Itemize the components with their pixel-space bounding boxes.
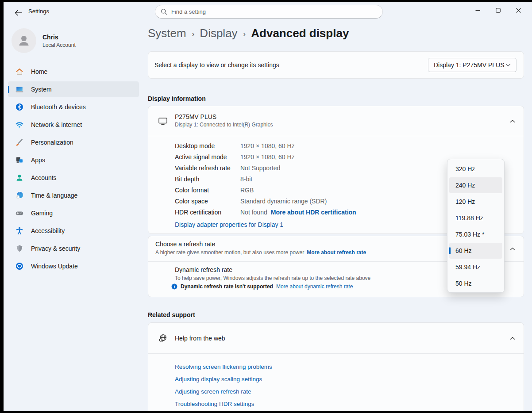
bluetooth-icon xyxy=(15,103,24,111)
sidebar-item-network-internet[interactable]: Network & internet xyxy=(8,117,139,133)
more-about-refresh-rate-link[interactable]: More about refresh rate xyxy=(307,249,366,256)
sidebar-item-label: Bluetooth & devices xyxy=(31,103,86,111)
collapse-chevron-up-icon[interactable] xyxy=(506,115,519,128)
select-display-label: Select a display to view or change its s… xyxy=(154,61,279,69)
help-link-scaling[interactable]: Adjusting display scaling settings xyxy=(175,376,524,382)
refresh-rate-flyout: 320 Hz 240 Hz 120 Hz 119.88 Hz 75.03 Hz … xyxy=(447,159,505,293)
sidebar-item-gaming[interactable]: Gaming xyxy=(8,205,139,221)
more-about-dynamic-refresh-rate-link[interactable]: More about dynamic refresh rate xyxy=(276,283,353,290)
system-icon xyxy=(15,85,24,94)
page-title: Advanced display xyxy=(251,27,349,40)
settings-window: Settings Find a setting Chris Local Acco… xyxy=(4,2,532,411)
detail-label: Desktop mode xyxy=(175,142,240,149)
refresh-option-120hz[interactable]: 120 Hz xyxy=(449,194,502,210)
refresh-option-50hz[interactable]: 50 Hz xyxy=(449,275,502,291)
detail-label: Bit depth xyxy=(175,176,240,183)
sidebar-item-system[interactable]: System xyxy=(8,81,139,97)
detail-value: 8-bit xyxy=(240,176,252,183)
monitor-expander-header[interactable]: P275MV PLUS Display 1: Connected to Inte… xyxy=(148,106,524,136)
app-title: Settings xyxy=(28,8,49,15)
refresh-rate-subtitle: A higher rate gives smoother motion, but… xyxy=(155,249,366,256)
accounts-icon xyxy=(15,173,24,182)
breadcrumb: System › Display › Advanced display xyxy=(148,27,349,40)
sidebar-item-accounts[interactable]: Accounts xyxy=(8,170,139,186)
monitor-subtitle: Display 1: Connected to Intel(R) Graphic… xyxy=(175,122,273,128)
refresh-rate-title: Choose a refresh rate xyxy=(155,241,215,248)
detail-value: 1920 × 1080, 60 Hz xyxy=(240,153,295,161)
collapse-chevron-up-icon[interactable] xyxy=(506,242,519,256)
sidebar-item-home[interactable]: Home xyxy=(8,64,139,80)
privacy-shield-icon xyxy=(15,244,24,253)
monitor-icon xyxy=(158,116,168,126)
dynamic-refresh-rate-status: Dynamic refresh rate isn't supported xyxy=(181,283,273,290)
related-support-header: Related support xyxy=(148,311,195,318)
detail-value: 1920 × 1080, 60 Hz xyxy=(240,142,295,149)
refresh-option-59-94hz[interactable]: 59.94 Hz xyxy=(449,259,502,275)
breadcrumb-system[interactable]: System xyxy=(148,27,186,40)
help-link-hdr[interactable]: Troubleshooting HDR settings xyxy=(175,401,524,407)
avatar[interactable] xyxy=(12,28,36,53)
detail-value: RGB xyxy=(240,187,254,194)
sidebar-item-label: Network & internet xyxy=(31,121,82,128)
sidebar-item-accessibility[interactable]: Accessibility xyxy=(8,223,139,239)
detail-label: Variable refresh rate xyxy=(175,164,240,172)
sidebar-item-label: System xyxy=(31,86,52,93)
detail-value: Not Supported xyxy=(240,164,280,172)
sidebar-item-label: Accessibility xyxy=(31,227,65,234)
detail-value: Not foundMore about HDR certification xyxy=(240,209,356,216)
detail-label: Color format xyxy=(175,187,240,194)
help-link-refresh-rate[interactable]: Adjusting screen refresh rate xyxy=(175,388,524,395)
display-select-dropdown[interactable]: Display 1: P275MV PLUS xyxy=(428,58,517,72)
gaming-icon xyxy=(15,209,24,218)
refresh-option-75-03hz[interactable]: 75.03 Hz * xyxy=(449,226,502,242)
personalization-icon xyxy=(15,138,24,147)
back-button[interactable] xyxy=(12,6,25,19)
sidebar-item-apps[interactable]: Apps xyxy=(8,152,139,168)
chevron-down-icon xyxy=(505,63,511,67)
display-select-value: Display 1: P275MV PLUS xyxy=(434,61,505,69)
sidebar-nav: Home System Bluetooth & devices Network … xyxy=(8,64,139,276)
network-wifi-icon xyxy=(15,120,24,129)
sidebar-item-bluetooth-devices[interactable]: Bluetooth & devices xyxy=(8,99,139,115)
detail-label: HDR certification xyxy=(175,209,240,216)
refresh-option-320hz[interactable]: 320 Hz xyxy=(449,161,502,177)
apps-icon xyxy=(15,156,24,164)
refresh-option-119-88hz[interactable]: 119.88 Hz xyxy=(449,210,502,226)
help-from-web-card: Help from the web Resolving screen flick… xyxy=(148,322,524,411)
user-name: Chris xyxy=(42,34,58,41)
help-expander-header[interactable]: Help from the web xyxy=(148,323,524,354)
help-link-flickering[interactable]: Resolving screen flickering problems xyxy=(175,363,524,370)
refresh-option-60hz[interactable]: 60 Hz xyxy=(449,243,502,259)
sidebar-item-windows-update[interactable]: Windows Update xyxy=(8,258,139,274)
accessibility-icon xyxy=(15,226,24,235)
hdr-certification-link[interactable]: More about HDR certification xyxy=(271,209,356,216)
detail-row: Desktop mode1920 × 1080, 60 Hz xyxy=(175,140,524,151)
display-adapter-properties-link[interactable]: Display adapter properties for Display 1 xyxy=(175,221,283,228)
sidebar-item-label: Gaming xyxy=(31,210,53,217)
back-arrow-icon xyxy=(15,10,22,16)
sidebar-item-label: Home xyxy=(31,68,47,75)
detail-label: Active signal mode xyxy=(175,153,240,161)
help-card-title: Help from the web xyxy=(175,335,225,342)
display-information-header: Display information xyxy=(148,95,206,102)
collapse-chevron-up-icon[interactable] xyxy=(506,332,519,345)
sidebar-item-privacy-security[interactable]: Privacy & security xyxy=(8,241,139,256)
breadcrumb-separator: › xyxy=(243,28,246,39)
select-display-card: Select a display to view or change its s… xyxy=(148,51,524,79)
sidebar-item-label: Apps xyxy=(31,157,45,164)
info-icon xyxy=(171,283,177,290)
detail-label: Color space xyxy=(175,198,240,205)
refresh-option-240hz[interactable]: 240 Hz xyxy=(449,177,502,193)
user-icon xyxy=(16,33,31,48)
dynamic-refresh-rate-title: Dynamic refresh rate xyxy=(175,266,232,273)
breadcrumb-separator: › xyxy=(192,28,195,39)
sidebar-item-time-language[interactable]: Time & language xyxy=(8,187,139,203)
windows-update-icon xyxy=(15,262,24,271)
breadcrumb-display[interactable]: Display xyxy=(200,27,237,40)
sidebar-item-personalization[interactable]: Personalization xyxy=(8,134,139,150)
help-links: Resolving screen flickering problems Adj… xyxy=(148,354,524,407)
user-account-type: Local Account xyxy=(42,42,76,48)
sidebar-item-label: Privacy & security xyxy=(31,245,80,252)
sidebar-item-label: Personalization xyxy=(31,139,73,146)
time-language-icon xyxy=(15,191,24,200)
